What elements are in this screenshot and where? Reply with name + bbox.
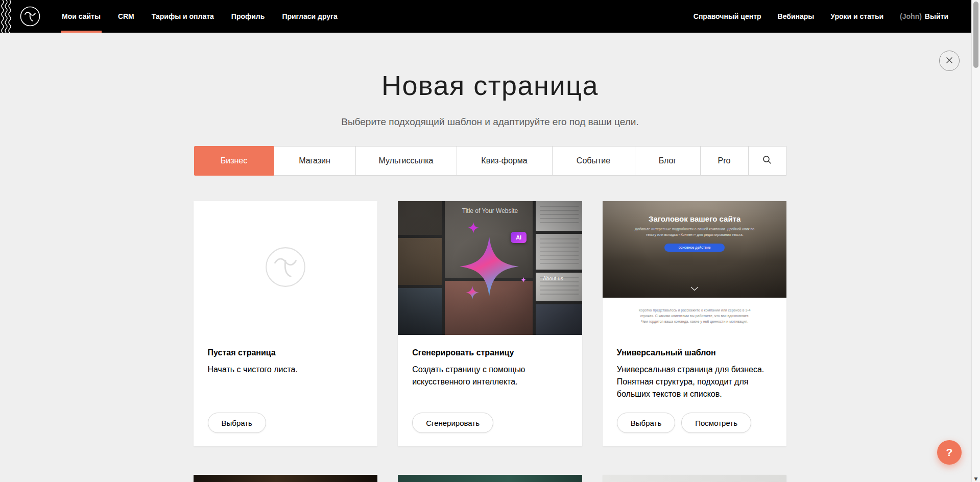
preview-hero: Заголовок вашего сайта Добавьте интересн… [603,201,787,298]
ai-sparkle-small-icon [520,276,527,285]
chevron-down-icon [690,284,699,293]
tab-shop[interactable]: Магазин [274,146,356,176]
card-partial[interactable] [194,475,378,482]
card-title: Универсальный шаблон [617,348,773,357]
ai-badge: AI [511,232,527,243]
preview-hero-content: Заголовок вашего сайта Добавьте интересн… [603,201,787,252]
card-title: Сгенерировать страницу [412,348,568,357]
preview-body-text: Коротко представьтесь и расскажите о ком… [637,308,752,325]
nav-item-webinars[interactable]: Вебинары [777,0,816,33]
scroll-down-arrow-icon[interactable]: ▼ [972,476,980,481]
help-button[interactable]: ? [937,440,962,465]
template-cards-grid-row2 [194,475,787,482]
tab-blog[interactable]: Блог [635,146,701,176]
template-cards-grid: Пустая страница Начать с чистого листа. … [194,201,787,446]
ai-sparkle-small-icon [465,285,480,302]
close-icon [945,56,953,66]
card-description: Универсальная страница для бизнеса. Поня… [617,364,770,400]
logout-label: Выйти [925,12,948,20]
card-blank-page: Пустая страница Начать с чистого листа. … [194,201,378,446]
card-actions: Выбрать [208,413,364,433]
preview-hero-subtitle: Добавьте интересные подробности о вашей … [634,227,755,238]
ai-preview: Title of Your Website About us [398,201,582,335]
nav-item-logout[interactable]: (John) Выйти [899,0,949,33]
card-generate-page: Title of Your Website About us [398,201,582,446]
preview-hero-title: Заголовок вашего сайта [603,201,787,223]
blank-page-preview [194,201,378,335]
main-content: Новая страница Выберите подходящий шабло… [0,0,980,482]
card-actions: Выбрать Посмотреть [617,413,773,433]
select-universal-button[interactable]: Выбрать [617,413,675,433]
about-us-label: About us [543,276,563,281]
preview-site-title: Title of Your Website [398,207,582,214]
tilda-logo-icon[interactable] [19,6,41,27]
nav-item-invite-friend[interactable]: Пригласи друга [281,0,338,33]
nav-left: Мои сайты CRM Тарифы и оплата Профиль Пр… [53,0,346,33]
tilda-watermark-icon [264,245,307,291]
card-info: Универсальный шаблон Универсальная стран… [603,335,787,446]
card-info: Сгенерировать страницу Создать страницу … [398,335,582,446]
preview-hero-button: основное действие [664,244,725,252]
nav-right: Справочный центр Вебинары Уроки и статьи… [685,0,957,33]
tab-business[interactable]: Бизнес [194,146,274,176]
card-partial[interactable] [398,475,582,482]
page-subtitle: Выберите подходящий шаблон и адаптируйте… [0,116,980,128]
user-name: (John) [900,12,922,20]
tab-event[interactable]: Событие [552,146,635,176]
universal-preview: Заголовок вашего сайта Добавьте интересн… [603,201,787,335]
card-actions: Сгенерировать [412,413,568,433]
scrollbar[interactable]: ▼ [971,0,980,482]
tab-quiz-form[interactable]: Квиз-форма [457,146,553,176]
template-tabs: Бизнес Магазин Мультиссылка Квиз-форма С… [194,146,786,176]
nav-item-tariffs[interactable]: Тарифы и оплата [151,0,215,33]
page-title: Новая страница [0,69,980,101]
card-universal-template: Заголовок вашего сайта Добавьте интересн… [603,201,787,446]
tab-pro[interactable]: Pro [700,146,749,176]
card-description: Начать с чистого листа. [208,364,361,376]
preview-universal-button[interactable]: Посмотреть [681,413,751,433]
tab-search[interactable] [748,146,786,176]
scrollbar-thumb[interactable] [973,2,978,68]
select-blank-button[interactable]: Выбрать [208,413,266,433]
card-partial[interactable] [603,475,787,482]
ai-sparkle-small-icon [467,222,480,236]
nav-item-profile[interactable]: Профиль [230,0,266,33]
zigzag-pattern-icon [0,0,12,33]
close-button[interactable] [939,51,960,71]
preview-body: Коротко представьтесь и расскажите о ком… [603,298,787,335]
nav-item-my-sites[interactable]: Мои сайты [61,0,102,33]
top-nav: Мои сайты CRM Тарифы и оплата Профиль Пр… [0,0,980,33]
tab-multilink[interactable]: Мультиссылка [355,146,457,176]
nav-item-lessons[interactable]: Уроки и статьи [829,0,885,33]
search-icon [762,155,772,166]
nav-item-help-center[interactable]: Справочный центр [692,0,762,33]
card-info: Пустая страница Начать с чистого листа. … [194,335,378,446]
card-description: Создать страницу с помощью искусственног… [412,364,565,388]
generate-button[interactable]: Сгенерировать [412,413,493,433]
card-title: Пустая страница [208,348,364,357]
nav-item-crm[interactable]: CRM [117,0,135,33]
